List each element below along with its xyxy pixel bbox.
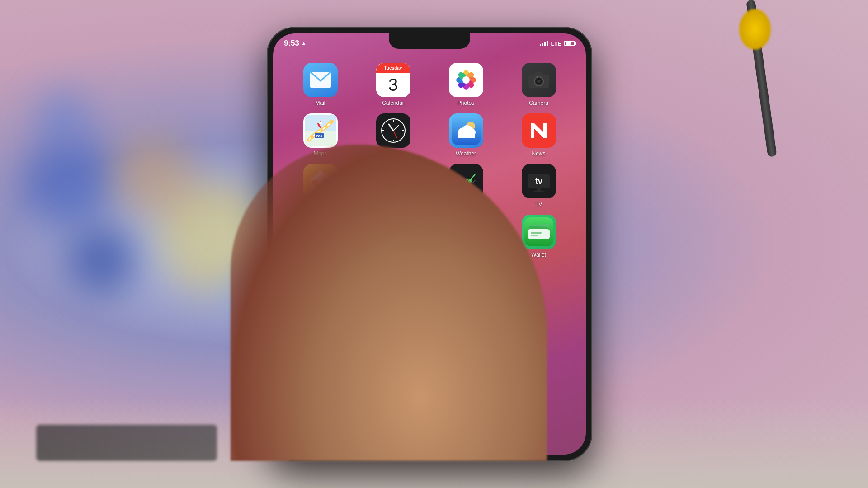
svg-point-9 bbox=[462, 76, 470, 84]
app-tv[interactable]: tv TV bbox=[505, 164, 572, 207]
app-wallet[interactable]: Wallet bbox=[505, 215, 572, 258]
keyboard bbox=[36, 425, 217, 461]
svg-point-13 bbox=[537, 80, 541, 83]
notes-label: Notes bbox=[386, 201, 400, 207]
podcasts-svg bbox=[379, 217, 408, 246]
bokeh-5 bbox=[113, 136, 194, 217]
maps-label: Maps bbox=[314, 150, 327, 157]
app-photos[interactable]: Photos bbox=[432, 63, 500, 106]
settings-svg bbox=[306, 270, 335, 299]
mail-svg bbox=[309, 71, 332, 89]
svg-rect-36 bbox=[458, 132, 475, 138]
signal-bar-4 bbox=[547, 41, 548, 46]
svg-point-76 bbox=[318, 282, 323, 286]
app-news[interactable]: News bbox=[505, 113, 572, 157]
calendar-day: Tuesday bbox=[384, 66, 402, 70]
battery-fill bbox=[566, 42, 571, 45]
phone-screen: 9:53 ▲ LTE bbox=[273, 33, 586, 455]
app-calendar[interactable]: Tuesday 3 Calendar bbox=[359, 63, 427, 106]
location-arrow-icon: ▲ bbox=[301, 40, 307, 47]
tv-icon-img: tv bbox=[522, 164, 556, 198]
stocks-svg bbox=[452, 167, 481, 196]
stocks-icon-img bbox=[449, 164, 483, 198]
podcasts-icon-img bbox=[376, 215, 410, 249]
weather-icon-img bbox=[449, 113, 483, 148]
svg-text:tv: tv bbox=[535, 177, 542, 186]
signal-bar-2 bbox=[542, 43, 543, 46]
appstore-svg bbox=[306, 217, 335, 246]
signal-bar-1 bbox=[540, 44, 541, 46]
health-label: Health bbox=[458, 252, 474, 258]
clock-svg bbox=[379, 116, 408, 145]
camera-icon-img bbox=[522, 63, 556, 97]
svg-rect-45 bbox=[383, 179, 403, 181]
health-icon-img bbox=[449, 215, 483, 249]
news-svg bbox=[524, 116, 553, 145]
weather-svg bbox=[452, 116, 481, 145]
svg-rect-55 bbox=[533, 191, 544, 192]
clock-icon-img bbox=[376, 113, 410, 148]
app-stocks[interactable]: Stocks bbox=[432, 164, 500, 207]
appstore-label: App Store bbox=[308, 252, 332, 258]
svg-rect-41 bbox=[312, 180, 317, 185]
app-appstore[interactable]: App Store bbox=[287, 215, 354, 258]
calendar-header: Tuesday bbox=[376, 63, 410, 73]
mail-icon-img bbox=[303, 63, 338, 97]
svg-point-62 bbox=[390, 228, 397, 235]
settings-icon-img bbox=[303, 267, 338, 301]
maps-icon-img: 280 bbox=[303, 113, 338, 148]
svg-rect-67 bbox=[465, 225, 467, 230]
app-grid: Mail Tuesday 3 Calendar bbox=[282, 58, 577, 315]
svg-rect-71 bbox=[528, 229, 550, 239]
app-maps[interactable]: 280 Maps bbox=[287, 113, 354, 157]
wallet-label: Wallet bbox=[531, 252, 546, 258]
svg-rect-47 bbox=[383, 188, 396, 189]
app-notes[interactable]: Notes bbox=[359, 164, 427, 207]
svg-rect-73 bbox=[531, 235, 538, 236]
signal-bar-3 bbox=[544, 42, 546, 46]
camera-svg bbox=[528, 70, 550, 90]
app-settings[interactable]: Settings bbox=[287, 267, 354, 310]
status-time: 9:53 ▲ bbox=[284, 39, 307, 48]
svg-point-30 bbox=[392, 130, 394, 131]
svg-point-14 bbox=[536, 76, 538, 78]
appstore-icon-img bbox=[303, 215, 338, 249]
photos-svg bbox=[453, 66, 480, 94]
notch bbox=[389, 33, 470, 49]
tv-svg: tv bbox=[524, 167, 553, 196]
maps-svg: 280 bbox=[305, 115, 336, 146]
notes-icon-img bbox=[376, 164, 410, 198]
app-clock[interactable]: Clock bbox=[359, 113, 427, 157]
svg-rect-42 bbox=[324, 180, 329, 185]
svg-rect-72 bbox=[531, 232, 542, 234]
phone-device: 9:53 ▲ LTE bbox=[267, 27, 592, 461]
photos-label: Photos bbox=[458, 100, 474, 106]
bokeh-3 bbox=[36, 90, 90, 145]
app-mail[interactable]: Mail bbox=[287, 63, 354, 106]
mic-head bbox=[739, 9, 771, 50]
news-icon-img bbox=[522, 113, 556, 148]
wallet-svg bbox=[524, 217, 553, 246]
svg-rect-46 bbox=[383, 183, 400, 185]
weather-label: Weather bbox=[456, 150, 476, 157]
podcasts-label: Podcasts bbox=[382, 252, 404, 258]
calendar-date: 3 bbox=[376, 73, 410, 97]
health-svg bbox=[452, 217, 481, 246]
app-camera[interactable]: Camera bbox=[505, 63, 572, 106]
photos-icon-img bbox=[449, 63, 483, 97]
app-podcasts[interactable]: Podcasts bbox=[359, 215, 427, 258]
app-health[interactable]: Health bbox=[432, 215, 500, 258]
svg-point-18 bbox=[319, 122, 322, 124]
svg-rect-40 bbox=[317, 184, 324, 192]
notes-svg bbox=[379, 167, 408, 196]
home-label: Home bbox=[313, 201, 327, 207]
news-label: News bbox=[532, 150, 545, 157]
home-icon-img bbox=[303, 164, 338, 198]
app-weather[interactable]: Weather bbox=[432, 113, 500, 157]
status-right-icons: LTE bbox=[540, 40, 575, 47]
bokeh-1 bbox=[23, 136, 113, 226]
bokeh-6 bbox=[226, 271, 271, 316]
home-svg bbox=[306, 167, 335, 196]
calendar-inner: Tuesday 3 bbox=[376, 63, 410, 97]
app-home[interactable]: Home bbox=[287, 164, 354, 207]
